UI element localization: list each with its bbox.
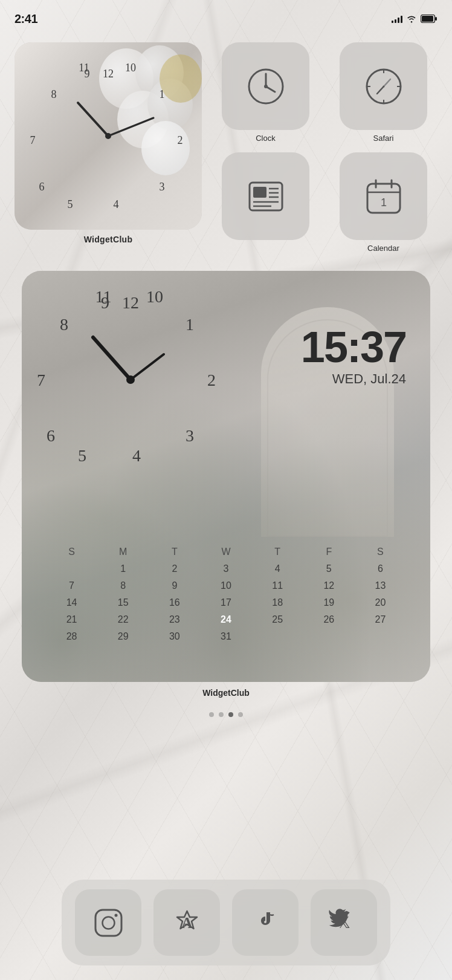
- home-area: 12 1 2 3 4 5 6 7 8 9 10 11: [0, 30, 452, 729]
- instagram-icon: [92, 906, 125, 939]
- calendar-icon-svg: 1: [363, 175, 405, 218]
- svg-text:6: 6: [39, 181, 45, 193]
- page-dot-1: [209, 712, 214, 717]
- safari-app[interactable]: Safari: [329, 42, 437, 143]
- svg-text:3: 3: [186, 426, 194, 445]
- big-clock-face: 12 1 2 3 4 5 6 7 8 9 10 11: [34, 283, 227, 476]
- appstore-icon: A: [170, 906, 204, 939]
- svg-line-16: [108, 118, 153, 136]
- twitter-app[interactable]: 𝕏: [311, 889, 377, 956]
- svg-text:7: 7: [37, 371, 45, 389]
- cal-week-2: 7 8 9 10 11 12 13: [46, 578, 406, 594]
- svg-text:1: 1: [186, 315, 194, 334]
- widget-large-container: 12 1 2 3 4 5 6 7 8 9 10 11: [15, 42, 202, 230]
- appstore-app[interactable]: A: [153, 889, 220, 956]
- cal-header-t2: T: [252, 545, 303, 559]
- svg-point-17: [105, 133, 111, 139]
- today-cell: 24: [200, 612, 251, 628]
- dock: A 𝕏: [62, 880, 390, 965]
- svg-rect-60: [95, 910, 121, 936]
- svg-text:5: 5: [78, 446, 86, 465]
- battery-icon: [421, 15, 437, 23]
- svg-text:2: 2: [178, 134, 183, 146]
- svg-point-62: [114, 913, 117, 917]
- widgetclub-small-widget[interactable]: 12 1 2 3 4 5 6 7 8 9 10 11: [15, 42, 202, 244]
- svg-text:10: 10: [146, 287, 163, 306]
- svg-text:11: 11: [79, 62, 89, 74]
- page-dot-3-active: [228, 712, 233, 717]
- news-app[interactable]: [211, 152, 320, 253]
- svg-text:4: 4: [114, 198, 119, 210]
- calendar-app-icon[interactable]: 1: [340, 152, 427, 240]
- page-dot-2: [219, 712, 224, 717]
- cal-header-t1: T: [149, 545, 200, 559]
- calendar-app-label: Calendar: [367, 244, 399, 253]
- twitter-icon: 𝕏: [328, 906, 361, 939]
- safari-app-icon[interactable]: [340, 42, 427, 130]
- svg-text:11: 11: [95, 287, 112, 306]
- cal-header-f: F: [303, 545, 355, 559]
- big-widget-content: 12 1 2 3 4 5 6 7 8 9 10 11: [22, 271, 430, 682]
- svg-text:1: 1: [380, 196, 386, 209]
- svg-line-58: [131, 354, 164, 380]
- page-dot-4: [238, 712, 243, 717]
- cal-header-s2: S: [355, 545, 406, 559]
- cal-week-5: 28 29 30 31: [46, 629, 406, 644]
- cal-header-s1: S: [46, 545, 97, 559]
- cal-week-1: 1 2 3 4 5 6: [46, 561, 406, 577]
- widget-large-bg: 12 1 2 3 4 5 6 7 8 9 10 11: [15, 42, 202, 230]
- svg-text:5: 5: [68, 198, 73, 210]
- safari-app-label: Safari: [373, 134, 394, 143]
- svg-text:A: A: [181, 914, 193, 932]
- cal-header-w: W: [200, 545, 251, 559]
- svg-point-21: [264, 85, 268, 88]
- svg-text:6: 6: [47, 426, 55, 445]
- svg-point-59: [126, 375, 135, 384]
- safari-icon-svg: [363, 65, 405, 108]
- clock-app[interactable]: Clock: [211, 42, 320, 143]
- cal-week-4: 21 22 23 24 25 26 27: [46, 612, 406, 628]
- svg-text:8: 8: [51, 88, 57, 100]
- svg-text:7: 7: [30, 134, 36, 146]
- tiktok-app[interactable]: [232, 889, 299, 956]
- svg-line-15: [78, 103, 108, 136]
- svg-rect-1: [422, 16, 433, 22]
- big-widget-container: 12 1 2 3 4 5 6 7 8 9 10 11: [22, 271, 430, 682]
- digital-time: 15:37 WED, Jul.24: [301, 325, 406, 387]
- svg-text:4: 4: [132, 446, 141, 465]
- big-clock-svg: 12 1 2 3 4 5 6 7 8 9 10 11: [34, 283, 227, 476]
- svg-text:10: 10: [125, 62, 136, 74]
- news-icon-svg: [245, 175, 287, 218]
- svg-rect-33: [253, 187, 266, 198]
- svg-text:2: 2: [207, 371, 216, 389]
- clock-app-label: Clock: [256, 134, 276, 143]
- cal-week-3: 14 15 16 17 18 19 20: [46, 595, 406, 611]
- calendar-app[interactable]: 1 Calendar: [329, 152, 437, 253]
- status-bar: 2:41: [0, 0, 452, 30]
- svg-line-57: [93, 337, 131, 380]
- top-row: 12 1 2 3 4 5 6 7 8 9 10 11: [15, 42, 437, 253]
- svg-text:𝕏: 𝕏: [338, 913, 350, 932]
- widgetclub-big-widget[interactable]: 12 1 2 3 4 5 6 7 8 9 10 11: [22, 271, 430, 700]
- cal-header-m: M: [97, 545, 149, 559]
- widgetclub-big-label: WidgetClub: [22, 688, 430, 700]
- svg-text:1: 1: [160, 88, 165, 100]
- digital-time-text: 15:37: [301, 325, 406, 369]
- digital-date-text: WED, Jul.24: [301, 371, 406, 387]
- svg-text:3: 3: [160, 181, 165, 193]
- page-dots: [15, 712, 437, 717]
- widgetclub-small-label: WidgetClub: [15, 235, 202, 244]
- clock-app-icon[interactable]: [222, 42, 309, 130]
- svg-point-61: [102, 917, 114, 929]
- calendar-header: S M T W T F S: [46, 545, 406, 559]
- status-icons: [392, 15, 437, 23]
- calendar-grid: S M T W T F S 1 2 3: [46, 545, 406, 646]
- svg-text:8: 8: [60, 315, 68, 334]
- signal-icon: [392, 15, 402, 23]
- news-app-icon[interactable]: [222, 152, 309, 240]
- svg-text:12: 12: [122, 293, 139, 312]
- svg-text:12: 12: [103, 68, 114, 80]
- instagram-app[interactable]: [75, 889, 141, 956]
- status-time: 2:41: [15, 12, 37, 26]
- wifi-icon: [406, 15, 417, 23]
